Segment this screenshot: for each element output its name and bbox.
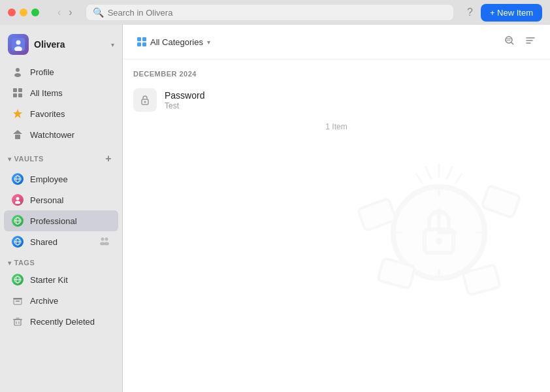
sidebar-item-favorites[interactable]: Favorites xyxy=(4,103,118,124)
svg-point-50 xyxy=(436,238,442,244)
search-filter-button[interactable] xyxy=(500,33,519,51)
item-count: 1 Item xyxy=(123,117,550,137)
maximize-button[interactable] xyxy=(31,8,39,16)
svg-rect-12 xyxy=(16,136,19,139)
svg-point-47 xyxy=(144,101,146,103)
traffic-lights xyxy=(8,8,39,16)
svg-marker-9 xyxy=(13,109,22,118)
sidebar-item-employee[interactable]: Employee xyxy=(4,169,118,189)
toolbar-right-icons xyxy=(500,33,540,51)
sort-button[interactable] xyxy=(521,33,540,51)
sidebar-item-label: Personal xyxy=(30,195,63,205)
svg-line-62 xyxy=(447,167,452,179)
star-icon xyxy=(12,108,24,120)
categories-grid-icon xyxy=(137,37,146,46)
svg-rect-8 xyxy=(18,93,22,97)
close-button[interactable] xyxy=(8,8,16,16)
svg-line-65 xyxy=(416,174,423,184)
archive-icon xyxy=(12,295,24,306)
svg-rect-34 xyxy=(14,319,21,325)
svg-rect-57 xyxy=(358,198,396,231)
main-layout: Olivera ▾ Profile Al xyxy=(0,25,550,392)
date-header: DECEMBER 2024 xyxy=(123,67,550,83)
sidebar-item-label: Favorites xyxy=(30,109,65,119)
employee-vault-icon xyxy=(12,173,24,185)
categories-filter-button[interactable]: All Categories ▾ xyxy=(133,35,214,50)
svg-rect-59 xyxy=(378,258,415,289)
search-icon: 🔍 xyxy=(93,7,104,18)
content-area: All Categories ▾ xyxy=(123,25,550,392)
password-item-icon xyxy=(133,88,157,112)
svg-point-39 xyxy=(506,37,512,43)
personal-vault-icon xyxy=(12,194,24,206)
user-name: Olivera xyxy=(34,39,106,50)
shared-vault-icon xyxy=(12,236,24,248)
svg-rect-5 xyxy=(13,88,17,92)
illustration xyxy=(341,125,537,321)
svg-point-16 xyxy=(16,197,20,201)
minimize-button[interactable] xyxy=(20,8,27,16)
sidebar-item-starter-kit[interactable]: Starter Kit xyxy=(4,269,118,290)
svg-rect-60 xyxy=(462,265,500,295)
tags-toggle-icon[interactable]: ▾ xyxy=(8,259,12,267)
chevron-down-icon: ▾ xyxy=(111,41,114,48)
titlebar: ‹ › 🔍 ? + New Item xyxy=(0,0,550,25)
list-item[interactable]: Password Test xyxy=(123,83,550,117)
search-input[interactable] xyxy=(108,8,447,18)
svg-line-40 xyxy=(511,42,513,44)
new-item-button[interactable]: + New Item xyxy=(481,4,542,22)
sidebar-item-personal[interactable]: Personal xyxy=(4,189,118,210)
sidebar-item-label: Professional xyxy=(30,216,77,226)
shared-people-icon xyxy=(99,237,110,248)
person-icon xyxy=(12,66,24,78)
sidebar-item-label: Profile xyxy=(30,67,54,77)
sidebar-item-label: Shared xyxy=(30,237,57,247)
sidebar-item-label: Employee xyxy=(30,174,68,184)
sidebar: Olivera ▾ Profile Al xyxy=(0,25,123,392)
back-button[interactable]: ‹ xyxy=(55,5,63,20)
nav-buttons: ‹ › xyxy=(55,5,75,20)
sidebar-item-label: Recently Deleted xyxy=(30,317,95,327)
svg-point-4 xyxy=(14,73,21,77)
sidebar-item-shared[interactable]: Shared xyxy=(4,231,118,252)
vaults-toggle-icon[interactable]: ▾ xyxy=(8,155,12,163)
help-button[interactable]: ? xyxy=(464,4,476,21)
starter-kit-tag-icon xyxy=(12,274,24,286)
user-profile-button[interactable]: Olivera ▾ xyxy=(0,30,122,61)
vaults-section-left: ▾ VAULTS xyxy=(8,155,44,163)
sidebar-item-profile[interactable]: Profile xyxy=(4,61,118,82)
avatar xyxy=(8,34,29,55)
svg-rect-32 xyxy=(14,299,22,304)
sidebar-item-professional[interactable]: Professional xyxy=(4,210,118,231)
professional-vault-icon xyxy=(12,215,24,227)
svg-rect-49 xyxy=(425,229,453,253)
vaults-section-header: ▾ VAULTS + xyxy=(0,145,122,169)
categories-label: All Categories xyxy=(150,37,203,47)
tags-section-label: TAGS xyxy=(14,259,35,267)
forward-button[interactable]: › xyxy=(66,5,74,20)
sidebar-item-label: Starter Kit xyxy=(30,275,68,285)
svg-point-17 xyxy=(15,201,20,204)
svg-line-64 xyxy=(455,174,462,184)
item-info: Password Test xyxy=(165,90,540,110)
svg-point-1 xyxy=(16,41,21,45)
item-name: Password xyxy=(165,90,540,101)
sidebar-item-archive[interactable]: Archive xyxy=(4,290,118,311)
sidebar-item-all-items[interactable]: All Items xyxy=(4,82,118,103)
sidebar-item-label: Watchtower xyxy=(30,130,74,140)
svg-point-3 xyxy=(16,68,20,72)
search-bar: 🔍 xyxy=(86,4,454,21)
content-toolbar: All Categories ▾ xyxy=(123,25,550,59)
svg-point-48 xyxy=(393,187,485,278)
categories-chevron-icon: ▾ xyxy=(207,39,210,46)
sidebar-item-recently-deleted[interactable]: Recently Deleted xyxy=(4,311,118,332)
trash-icon xyxy=(12,316,24,327)
svg-rect-58 xyxy=(481,185,520,218)
svg-point-27 xyxy=(104,242,109,245)
sidebar-item-watchtower[interactable]: Watchtower xyxy=(4,124,118,145)
svg-point-24 xyxy=(101,237,105,240)
add-vault-button[interactable]: + xyxy=(103,152,114,166)
sidebar-item-label: All Items xyxy=(30,88,63,98)
item-sub: Test xyxy=(165,101,540,110)
content-list: DECEMBER 2024 Password Test 1 Item xyxy=(123,59,550,392)
